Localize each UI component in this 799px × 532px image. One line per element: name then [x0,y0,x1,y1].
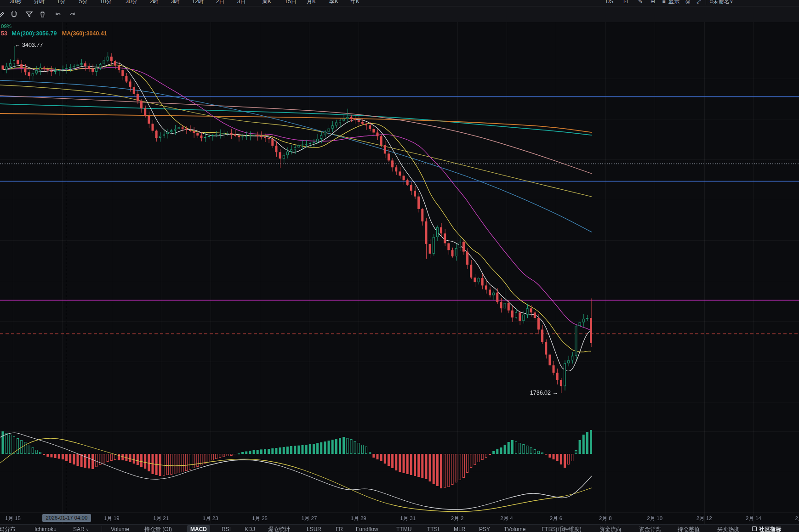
period-button-3时[interactable]: 3时 [171,0,180,6]
period-button-年K[interactable]: 年K [350,0,360,6]
date-tick-label: 1月 31 [400,515,416,522]
tab-indicator-SAR[interactable]: SAR∨ [73,526,89,532]
date-tick-label: 1月 15 [5,515,21,522]
date-tick-label: 2月 16 [795,515,799,522]
high-price-annotation: ← 3403.77 [15,42,43,48]
target-icon[interactable]: ◎ [685,0,690,6]
chart-canvas[interactable] [0,0,799,532]
ma-legend-row: 53 MA(200):3056.79 MA(360):3040.41 [1,30,107,37]
tab-indicator-MLR[interactable]: MLR [454,526,465,532]
tab-indicator-LSUR[interactable]: LSUR [307,526,321,532]
period-button-分时[interactable]: 分时 [34,0,45,6]
toolbar-drawing [0,6,799,22]
toolbar-divider [706,0,706,5]
tab-indicator-买卖热度[interactable]: 买卖热度 [717,526,739,532]
period-button-季K[interactable]: 季K [329,0,338,6]
fullscreen-icon[interactable]: ⤢ [696,0,701,6]
date-tick-label: 2月 4 [500,515,513,522]
ma360-label: MA(360):3040.41 [62,30,107,37]
date-tick-label: 2月 12 [696,515,712,522]
date-tick-label: 2月 8 [599,515,612,522]
tab-indicator-FTBS(币种维度)[interactable]: FTBS(币种维度) [542,526,582,532]
screenshot-icon[interactable]: ⊡ [623,0,628,6]
tab-indicator-筹码分布[interactable]: 筹码分布 [0,526,16,532]
period-button-10分[interactable]: 10分 [100,0,111,6]
period-button-1分[interactable]: 1分 [57,0,66,6]
date-tick-label: 1月 23 [203,515,218,522]
tab-indicator-TTSI[interactable]: TTSI [427,526,439,532]
low-price-annotation: 1736.02 → [528,390,558,396]
period-button-2时[interactable]: 2时 [150,0,159,6]
period-button-月K[interactable]: 月K [307,0,316,6]
tab-indicator-持仓量 (OI)[interactable]: 持仓量 (OI) [144,526,172,532]
date-axis[interactable]: 1月 151月 191月 211月 231月 251月 271月 291月 31… [0,513,799,524]
date-tick-label: 1月 19 [104,515,120,522]
chevron-down-icon: ∨ [86,527,89,532]
menu-icon[interactable]: ≡ [662,0,665,6]
tab-indicator-Fundflow[interactable]: Fundflow [356,526,378,532]
indicator-legend: 09% 53 MA(200):3056.79 MA(360):3040.41 [1,23,107,37]
date-tick-label: 1月 25 [252,515,268,522]
tab-indicator-Ichimoku[interactable]: Ichimoku [34,526,57,532]
toolbar-periods: 30秒分时1分5分10分30分2时3时12时2日3日周K15日月K季K年KUS⊡… [0,0,799,6]
tab-indicator-KDJ[interactable]: KDJ [245,526,255,532]
period-button-12时[interactable]: 12时 [192,0,203,6]
date-tick-label: 2月 10 [647,515,662,522]
filter-icon[interactable] [25,11,33,18]
period-button-周K[interactable]: 周K [262,0,271,6]
period-button-2日[interactable]: 2日 [216,0,225,6]
indicator-tab-bar: 筹码分布IchimokuSAR∨Volume持仓量 (OI)MACDRSIKDJ… [0,524,799,532]
tab-indicator-PSY[interactable]: PSY [479,526,490,532]
date-tick-label: 2月 6 [550,515,563,522]
period-button-30分[interactable]: 30分 [126,0,137,6]
ma200-label: MA(200):3056.79 [11,30,57,37]
date-tick-label: 2月 2 [451,515,464,522]
change-percent: 09% [1,23,107,29]
tab-indicator-FR[interactable]: FR [336,526,343,532]
tab-indicator-持仓差值[interactable]: 持仓差值 [678,526,700,532]
market-label-us[interactable]: US [606,0,614,6]
period-button-row: 30秒分时1分5分10分30分2时3时12时2日3日周K15日月K季K年KUS⊡… [0,0,799,6]
chevron-down-icon[interactable]: ∨ [730,0,733,6]
edit-icon[interactable]: ✎ [638,0,643,6]
layout-name-button[interactable]: 未命名 [713,0,730,6]
community-indicator-icon [752,526,757,531]
tab-indicator-TTMU[interactable]: TTMU [396,526,411,532]
pencil-icon[interactable] [0,11,5,18]
redo-icon[interactable] [68,11,76,18]
tab-indicator-TVolume[interactable]: TVolume [504,526,525,532]
trading-app-window: 30秒分时1分5分10分30分2时3时12时2日3日周K15日月K季K年KUS⊡… [0,0,799,532]
undo-icon[interactable] [54,11,62,18]
add-pane-icon[interactable]: ⊞ [651,0,655,6]
date-tick-label: 2月 14 [746,515,761,522]
tab-indicator-MACD[interactable]: MACD [187,525,210,532]
ma-value-fragment: 53 [1,30,7,37]
period-button-30秒[interactable]: 30秒 [10,0,21,6]
period-button-5分[interactable]: 5分 [79,0,88,6]
period-button-15日[interactable]: 15日 [285,0,296,6]
tab-indicator-Volume[interactable]: Volume [111,526,129,532]
period-button-3日[interactable]: 3日 [237,0,246,6]
magnet-icon[interactable] [10,11,18,18]
tab-indicator-爆仓统计[interactable]: 爆仓统计 [268,526,290,532]
date-tick-label: 1月 27 [301,515,317,522]
tab-indicator-资金背离[interactable]: 资金背离 [639,526,661,532]
tab-indicator-资金流向[interactable]: 资金流向 [599,526,622,532]
tab-indicator-社区指标[interactable]: 社区指标 [752,526,781,532]
tab-bar-divider [102,526,102,532]
display-button[interactable]: 显示 [668,0,679,6]
trash-icon[interactable] [39,11,46,18]
tab-indicator-RSI[interactable]: RSI [222,526,231,532]
date-tick-label: 1月 29 [351,515,366,522]
date-tick-label: 1月 21 [153,515,169,522]
crosshair-date-label: 2026-01-17 04:00 [42,514,91,522]
